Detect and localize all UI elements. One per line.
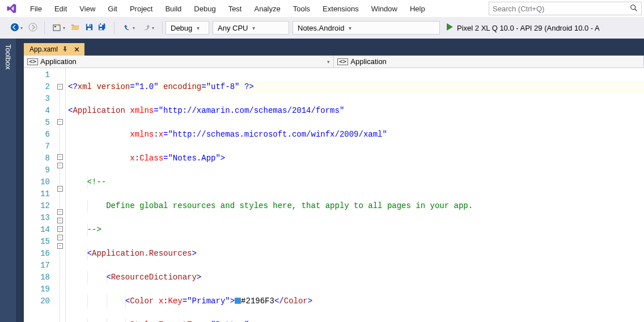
fold-toggle[interactable]: −	[57, 226, 63, 232]
chevron-down-icon: ▾	[252, 25, 255, 31]
run-target-label: Pixel 2 XL Q 10.0 - API 29 (Android 10.0…	[457, 24, 600, 32]
redo-icon	[142, 23, 151, 33]
chevron-down-icon: ▾	[152, 26, 154, 31]
separator	[44, 22, 45, 34]
fold-toggle[interactable]: −	[57, 84, 63, 90]
save-all-button[interactable]	[96, 21, 109, 35]
menu-build[interactable]: Build	[159, 2, 188, 15]
color-swatch-icon	[235, 298, 241, 304]
undo-icon	[123, 23, 132, 33]
chevron-down-icon: ▾	[197, 25, 200, 31]
menu-project[interactable]: Project	[124, 2, 159, 15]
fold-toggle[interactable]: −	[57, 163, 63, 168]
svg-rect-7	[87, 28, 91, 30]
chevron-down-icon: ▾	[349, 25, 351, 31]
separator	[162, 22, 163, 34]
menu-help[interactable]: Help	[404, 2, 431, 15]
startup-project-combo[interactable]: Notes.Android ▾	[293, 21, 440, 35]
pin-icon[interactable]	[62, 46, 68, 53]
nav-forward-button[interactable]	[26, 21, 40, 35]
menu-git[interactable]: Git	[101, 2, 124, 15]
svg-rect-5	[54, 26, 56, 27]
nav-member-combo[interactable]: <> Application	[334, 56, 644, 67]
arrow-forward-icon	[28, 23, 37, 33]
menu-file[interactable]: File	[24, 2, 48, 15]
menu-tools[interactable]: Tools	[287, 2, 316, 15]
startup-project-value: Notes.Android	[298, 24, 344, 32]
fold-toggle[interactable]: −	[57, 186, 63, 192]
nav-scope-combo[interactable]: <> Application ▾	[24, 56, 334, 67]
fold-gutter: − − − − − − − − − −	[54, 68, 66, 322]
folder-open-icon	[71, 23, 80, 33]
menu-window[interactable]: Window	[365, 2, 404, 15]
chevron-down-icon: ▾	[133, 26, 135, 31]
configuration-combo[interactable]: Debug ▾	[166, 21, 209, 35]
svg-rect-11	[100, 28, 102, 29]
chevron-down-icon: ▾	[20, 26, 23, 31]
menu-test[interactable]: Test	[222, 2, 248, 15]
start-debug-button[interactable]: Pixel 2 XL Q 10.0 - API 29 (Android 10.0…	[442, 21, 604, 35]
chevron-down-icon: ▾	[327, 59, 330, 65]
fold-toggle[interactable]: −	[57, 209, 63, 215]
svg-rect-8	[89, 24, 90, 26]
svg-point-2	[11, 23, 19, 31]
editor-area: App.xaml ✕ <> Application ▾ <> Applicati…	[16, 39, 644, 322]
search-icon	[630, 4, 638, 14]
menu-view[interactable]: View	[73, 2, 101, 15]
close-icon[interactable]: ✕	[73, 45, 81, 54]
open-file-button[interactable]	[69, 21, 82, 35]
menu-analyze[interactable]: Analyze	[248, 2, 286, 15]
search-input[interactable]	[493, 5, 630, 13]
new-project-button[interactable]: ▾	[49, 21, 69, 35]
svg-line-1	[635, 9, 637, 11]
tab-title: App.xaml	[29, 45, 58, 53]
menu-edit[interactable]: Edit	[48, 2, 73, 15]
fold-toggle[interactable]: −	[57, 243, 63, 249]
chevron-down-icon: ▾	[63, 26, 65, 31]
workspace: Toolbox App.xaml ✕ <> Application ▾ <> A…	[0, 39, 644, 322]
svg-point-0	[631, 5, 635, 9]
redo-button[interactable]: ▾	[138, 21, 158, 35]
line-number-gutter: 1234567891011121314151617181920	[24, 68, 54, 322]
nav-back-button[interactable]: ▾	[7, 21, 26, 35]
xml-element-icon: <>	[337, 58, 348, 65]
toolbox-panel[interactable]: Toolbox	[0, 39, 16, 322]
fold-toggle[interactable]: −	[57, 235, 63, 240]
svg-point-3	[29, 23, 37, 31]
nav-scope-value: Application	[40, 57, 327, 66]
nav-bar: <> Application ▾ <> Application	[24, 56, 644, 68]
tab-strip: App.xaml ✕	[16, 42, 644, 56]
menu-extensions[interactable]: Extensions	[316, 2, 365, 15]
arrow-back-icon	[10, 23, 19, 33]
play-icon	[446, 23, 454, 32]
xml-element-icon: <>	[27, 58, 38, 65]
platform-value: Any CPU	[218, 24, 248, 32]
new-project-icon	[53, 23, 62, 32]
nav-member-value: Application	[350, 57, 640, 66]
toolbox-label: Toolbox	[4, 44, 12, 70]
tab-app-xaml[interactable]: App.xaml ✕	[24, 43, 84, 56]
menu-debug[interactable]: Debug	[188, 2, 222, 15]
fold-toggle[interactable]: −	[57, 154, 63, 160]
toolbar: ▾ ▾ ▾ ▾ Debug ▾	[0, 17, 644, 39]
separator	[114, 22, 115, 34]
save-icon	[85, 23, 94, 33]
configuration-value: Debug	[171, 24, 192, 32]
code-content[interactable]: <?xml version="1.0" encoding="utf-8" ?> …	[66, 68, 644, 322]
undo-button[interactable]: ▾	[119, 21, 138, 35]
save-button[interactable]	[82, 21, 96, 35]
svg-rect-10	[100, 24, 102, 27]
save-all-icon	[98, 23, 107, 33]
search-box[interactable]	[489, 2, 642, 15]
platform-combo[interactable]: Any CPU ▾	[213, 21, 289, 35]
menu-bar: File Edit View Git Project Build Debug T…	[0, 0, 644, 17]
code-editor[interactable]: 1234567891011121314151617181920 − − − − …	[24, 68, 644, 322]
fold-toggle[interactable]: −	[57, 119, 63, 125]
fold-toggle[interactable]: −	[57, 218, 63, 223]
vs-logo-icon	[5, 2, 18, 15]
